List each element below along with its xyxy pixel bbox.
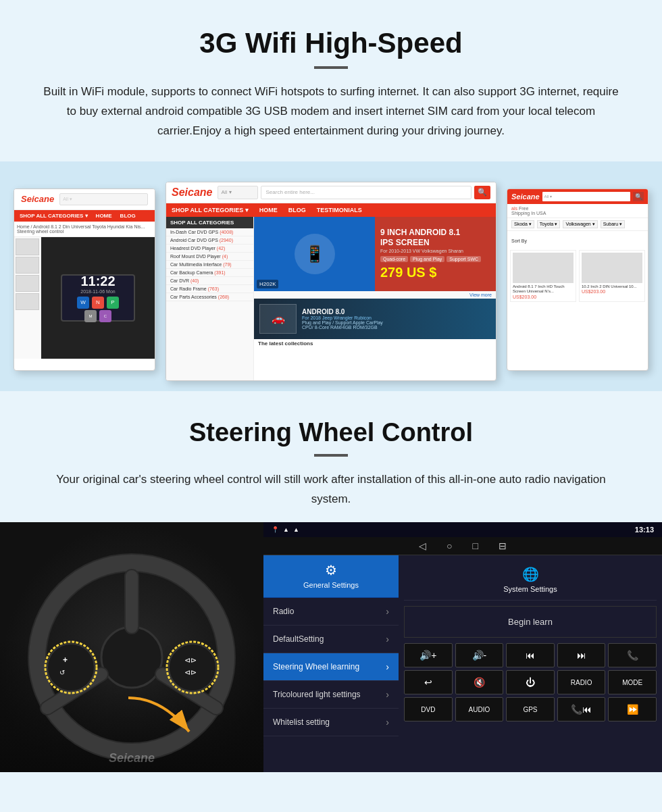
sidebar-item-8: Car Radio Frame (763)	[166, 285, 253, 293]
main-category-select: All ▾	[218, 186, 258, 199]
bottom-banner-title: ANDROID 8.0	[302, 308, 383, 315]
sidebar-item-3: Headrest DVD Player (42)	[166, 245, 253, 253]
home-nav-btn[interactable]: ○	[447, 540, 452, 551]
seicane-bar-left: Seicane All ▾	[14, 189, 155, 210]
mode-label: MODE	[622, 679, 642, 686]
radio-label: RADIO	[571, 679, 592, 686]
mute-btn[interactable]: 🔇	[455, 670, 504, 694]
system-settings-header: 🌐 System Settings	[404, 561, 657, 601]
search-bar-left: All ▾	[59, 193, 148, 205]
control-grid: 🔊+ 🔊- ⏮ ⏭ 📞 ↩ 🔇 ⏻ RADIO MODE DVD AUDIO G…	[404, 643, 657, 721]
arrow-icon-whitelist: ›	[386, 717, 389, 728]
gps-btn[interactable]: GPS	[506, 697, 555, 721]
right-product-2: 10.2 Inch 2 DIN Universal 10... US$203.0…	[579, 250, 645, 303]
call-icon: 📞	[627, 650, 638, 661]
steering-title: Steering Wheel Control	[41, 418, 621, 447]
arrow-annotation	[122, 691, 203, 745]
device-screen: 11:22 2018-11-06 Mon W N P M C	[61, 274, 135, 322]
title-divider	[314, 66, 348, 69]
android-status-bar: 📍 ▲ ▲ 13:13	[263, 522, 662, 537]
main-search-row: All ▾ Search entire here... 🔍	[218, 186, 490, 199]
thumb-4	[16, 293, 39, 310]
car-ui-section: + ↺ ⊲⊳ ⊲⊳ Seicane	[0, 522, 662, 772]
dvd-btn[interactable]: DVD	[404, 697, 453, 721]
prev-btn[interactable]: ⏮	[506, 643, 555, 667]
svg-point-12	[169, 644, 216, 691]
mute-icon: 🔇	[474, 677, 485, 688]
location-icon: 📍	[272, 526, 279, 533]
seicane-logo-left: Seicane	[21, 194, 54, 204]
main-banner: 📱 H202K 9 INCH ANDROID 8.1IPS SCREEN For…	[254, 217, 496, 291]
steering-description: Your original car's steering wheel contr…	[41, 470, 621, 509]
right-product-desc-2: 10.2 Inch 2 DIN Universal 10...	[582, 284, 642, 290]
sidebar-item-7: Car DVR (40)	[166, 277, 253, 285]
device-phone-icon: P	[107, 297, 119, 309]
menu-nav-btn[interactable]: ⊟	[499, 540, 507, 551]
device-wifi-icon: W	[77, 297, 89, 309]
bottom-banner-tags: Plug and Play / Support Apple CarPlayCPU…	[302, 320, 383, 330]
arrow-icon-radio: ›	[386, 606, 389, 617]
wifi-section: 3G Wifi High-Speed Built in WiFi module,…	[0, 0, 662, 161]
thumb-2	[16, 257, 39, 274]
svg-text:⊲⊳: ⊲⊳	[184, 656, 197, 664]
nav-bar-left: SHOP ALL CATEGORIES ▾ HOME BLOG	[14, 210, 155, 222]
breadcrumb-left: Home / Android 8.1 2 Din Universal Toyot…	[14, 222, 155, 237]
power-btn[interactable]: ⏻	[506, 670, 555, 694]
menu-item-tricoloured[interactable]: Tricoloured light settings ›	[263, 681, 399, 709]
sidebar-item-1: In-Dash Car DVD GPS (4008)	[166, 228, 253, 236]
device-music-icon: M	[84, 310, 97, 322]
back-btn[interactable]: ↩	[404, 670, 453, 694]
bluetooth-device: 📱	[295, 234, 335, 274]
card-left-body: 11:22 2018-11-06 Mon W N P M C	[14, 237, 155, 359]
main-search-box: Search entire here...	[261, 186, 472, 199]
menu-item-whitelist[interactable]: Whitelist setting ›	[263, 709, 399, 736]
svg-text:+: +	[63, 655, 68, 665]
gear-icon: ⚙	[269, 562, 393, 578]
right-product-img-2	[582, 253, 642, 283]
tel-prev-icon: 📞⏮	[571, 704, 592, 715]
recent-nav-btn[interactable]: □	[473, 540, 478, 551]
nav-buttons-bar: ◁ ○ □ ⊟	[263, 537, 662, 555]
vol-up-btn[interactable]: 🔊+	[404, 643, 453, 667]
audio-btn[interactable]: AUDIO	[455, 697, 504, 721]
bottom-banner-device: 🚗	[259, 304, 297, 334]
main-search-btn[interactable]: 🔍	[474, 186, 490, 199]
arrow-icon-default: ›	[386, 634, 389, 644]
status-icons-left: 📍 ▲ ▲	[272, 526, 299, 533]
back-nav-btn[interactable]: ◁	[419, 540, 426, 551]
radio-btn[interactable]: RADIO	[557, 670, 606, 694]
menu-item-steering[interactable]: Steering Wheel learning ›	[263, 653, 399, 681]
right-search: All ▾	[542, 192, 630, 201]
general-settings-label: General Settings	[303, 581, 359, 589]
svg-point-9	[47, 644, 95, 691]
general-settings-btn[interactable]: ⚙ General Settings	[263, 555, 399, 598]
screenshot-back-right: Seicane All ▾ 🔍 als FreeShipping In USA …	[507, 188, 648, 371]
svg-text:⊲⊳: ⊲⊳	[184, 668, 197, 676]
next-btn[interactable]: ⏭	[557, 643, 606, 667]
begin-learn-button[interactable]: Begin learn	[404, 606, 657, 638]
browser-screenshots-container: Seicane All ▾ SHOP ALL CATEGORIES ▾ HOME…	[0, 175, 662, 391]
call-btn[interactable]: 📞	[608, 643, 657, 667]
main-nav: SHOP ALL CATEGORIES ▾ HOME BLOG TESTIMON…	[166, 203, 496, 217]
tel-prev-btn[interactable]: 📞⏮	[557, 697, 606, 721]
mode-btn[interactable]: MODE	[608, 670, 657, 694]
right-product-1: Android 8.1 7 Inch HD Touch Screen Unive…	[510, 250, 576, 303]
banner-tags: Quad-core Plug and Play Support SWC	[380, 256, 490, 262]
system-settings-label: System Settings	[503, 585, 557, 593]
skip-icon: ⏩	[627, 704, 638, 715]
banner-right: 9 INCH ANDROID 8.1IPS SCREEN For 2010-20…	[375, 217, 496, 291]
menu-item-default[interactable]: DefaultSetting ›	[263, 626, 399, 653]
main-content: 📱 H202K 9 INCH ANDROID 8.1IPS SCREEN For…	[254, 217, 496, 381]
screenshot-back-left: Seicane All ▾ SHOP ALL CATEGORIES ▾ HOME…	[14, 188, 155, 371]
banner-price: 279 US $	[380, 265, 490, 280]
skip-btn[interactable]: ⏩	[608, 697, 657, 721]
steering-divider	[314, 454, 348, 457]
device-nav-icon: N	[92, 297, 104, 309]
banner-title: 9 INCH ANDROID 8.1IPS SCREEN	[380, 228, 490, 249]
vol-down-btn[interactable]: 🔊-	[455, 643, 504, 667]
main-product-image: 11:22 2018-11-06 Mon W N P M C	[41, 237, 155, 359]
seicane-watermark: Seicane	[109, 751, 155, 765]
menu-item-radio[interactable]: Radio ›	[263, 598, 399, 626]
vol-down-icon: 🔊-	[472, 650, 487, 661]
settings-right-panel: 🌐 System Settings Begin learn 🔊+ 🔊- ⏮ ⏭ …	[399, 555, 662, 772]
